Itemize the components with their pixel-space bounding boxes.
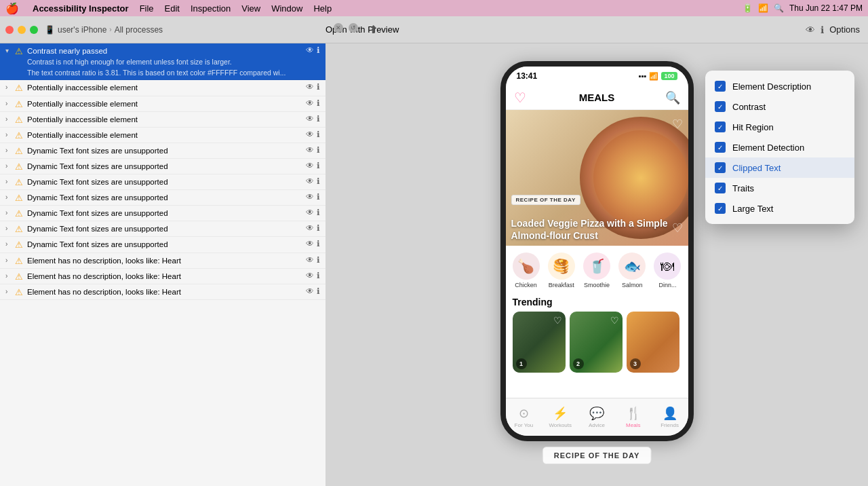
eye-icon-8[interactable]: 👁 [306, 192, 314, 202]
eye-icon-4[interactable]: 👁 [306, 130, 314, 139]
share-button[interactable]: ⬆ [369, 23, 378, 36]
eye-icon-9[interactable]: 👁 [306, 208, 314, 217]
tab-friends[interactable]: 👤 Friends [652, 406, 688, 428]
eye-toolbar-icon[interactable]: 👁 [806, 24, 815, 35]
refresh-icon[interactable]: ↺ [349, 23, 358, 33]
dropdown-large-text[interactable]: ✓ Large Text [705, 198, 854, 219]
info-icon-7[interactable]: ℹ [317, 176, 320, 186]
info-icon-10[interactable]: ℹ [317, 223, 320, 233]
close-icon[interactable]: ✕ [334, 23, 343, 33]
issue-item-8[interactable]: › ⚠ Dynamic Text font sizes are unsuppor… [0, 190, 326, 206]
trending-card-1[interactable]: ♡ 1 [513, 312, 566, 373]
eye-icon-2[interactable]: 👁 [306, 98, 314, 108]
info-icon-11[interactable]: ℹ [317, 239, 320, 248]
eye-icon-14[interactable]: 👁 [306, 286, 314, 296]
eye-icon-7[interactable]: 👁 [306, 176, 314, 186]
issue-item-14[interactable]: › ⚠ Element has no description, looks li… [0, 284, 326, 300]
menu-window[interactable]: Window [271, 3, 302, 14]
issue-item-5[interactable]: › ⚠ Dynamic Text font sizes are unsuppor… [0, 143, 326, 159]
iphone-frame: 13:41 ▪▪▪ 📶 100 ♡ MEALS 🔍 [500, 61, 694, 441]
category-salmon[interactable]: 🐟 Salmon [614, 253, 650, 288]
dropdown-hit-region[interactable]: ✓ Hit Region [705, 117, 854, 137]
eye-icon-0[interactable]: 👁 [306, 45, 314, 55]
tab-workouts[interactable]: ⚡ Workouts [542, 406, 578, 428]
category-smoothie[interactable]: 🥤 Smoothie [579, 253, 614, 288]
menu-inspection[interactable]: Inspection [191, 3, 231, 14]
checkbox-contrast[interactable]: ✓ [715, 101, 726, 112]
issue-item-4[interactable]: › ⚠ Potentially inaccessible element 👁 ℹ [0, 128, 326, 143]
iphone-icon: 📱 [45, 25, 55, 35]
eye-icon-3[interactable]: 👁 [306, 114, 314, 124]
info-icon-5[interactable]: ℹ [317, 145, 320, 155]
info-icon-1[interactable]: ℹ [317, 82, 320, 92]
card-heart-1[interactable]: ♡ [553, 315, 562, 326]
issue-item-contrast[interactable]: ▾ ⚠ Contrast nearly passed Contrast is n… [0, 43, 326, 80]
issue-item-11[interactable]: › ⚠ Dynamic Text font sizes are unsuppor… [0, 237, 326, 253]
eye-icon-10[interactable]: 👁 [306, 223, 314, 233]
issue-item-13[interactable]: › ⚠ Element has no description, looks li… [0, 269, 326, 284]
info-icon-8[interactable]: ℹ [317, 192, 320, 202]
search-nav-icon[interactable]: 🔍 [665, 90, 680, 105]
heart-nav-icon[interactable]: ♡ [514, 90, 526, 106]
close-button[interactable] [5, 26, 14, 34]
dropdown-clipped-text[interactable]: ✓ Clipped Text [705, 157, 854, 178]
issue-item-6[interactable]: › ⚠ Dynamic Text font sizes are unsuppor… [0, 159, 326, 174]
card-heart-2[interactable]: ♡ [610, 315, 619, 326]
trending-card-3[interactable]: 3 [627, 312, 679, 373]
checkbox-element-detection[interactable]: ✓ [715, 142, 726, 153]
warning-icon-7: ⚠ [15, 177, 24, 187]
checkbox-clipped-text[interactable]: ✓ [715, 162, 726, 173]
issue-item-1[interactable]: › ⚠ Potentially inaccessible element 👁 ℹ [0, 80, 326, 96]
checkbox-hit-region[interactable]: ✓ [715, 122, 726, 132]
eye-icon-13[interactable]: 👁 [306, 271, 314, 280]
eye-icon-5[interactable]: 👁 [306, 145, 314, 155]
info-icon-0[interactable]: ℹ [317, 45, 320, 55]
info-icon-2[interactable]: ℹ [317, 98, 320, 108]
info-icon-3[interactable]: ℹ [317, 114, 320, 124]
apple-menu[interactable]: 🍎 [5, 2, 19, 15]
issue-item-10[interactable]: › ⚠ Dynamic Text font sizes are unsuppor… [0, 221, 326, 237]
trending-card-2[interactable]: ♡ 2 [570, 312, 623, 373]
issue-item-9[interactable]: › ⚠ Dynamic Text font sizes are unsuppor… [0, 206, 326, 221]
issue-item-2[interactable]: › ⚠ Potentially inaccessible element 👁 ℹ [0, 96, 326, 112]
info-toolbar-icon[interactable]: ℹ [821, 24, 824, 35]
hero-heart-icon[interactable]: ♡ [672, 117, 683, 132]
dropdown-traits[interactable]: ✓ Traits [705, 178, 854, 198]
maximize-button[interactable] [30, 26, 38, 34]
checkbox-large-text[interactable]: ✓ [715, 203, 726, 214]
menu-help[interactable]: Help [313, 3, 332, 14]
category-breakfast[interactable]: 🥞 Breakfast [544, 253, 579, 288]
issue-item-7[interactable]: › ⚠ Dynamic Text font sizes are unsuppor… [0, 174, 326, 190]
hero-heart2-icon[interactable]: ♡ [672, 221, 683, 236]
menu-view[interactable]: View [241, 3, 260, 14]
menu-edit[interactable]: Edit [165, 3, 180, 14]
dropdown-contrast[interactable]: ✓ Contrast [705, 96, 854, 117]
menu-file[interactable]: File [140, 3, 154, 14]
eye-icon-12[interactable]: 👁 [306, 255, 314, 265]
info-icon-9[interactable]: ℹ [317, 208, 320, 217]
checkbox-element-description[interactable]: ✓ [715, 81, 726, 92]
info-icon-4[interactable]: ℹ [317, 130, 320, 139]
info-icon-13[interactable]: ℹ [317, 271, 320, 280]
menu-search-icon[interactable]: 🔍 [774, 3, 784, 13]
issue-item-3[interactable]: › ⚠ Potentially inaccessible element 👁 ℹ [0, 112, 326, 128]
eye-icon-11[interactable]: 👁 [306, 239, 314, 248]
dropdown-element-description[interactable]: ✓ Element Description [705, 76, 854, 96]
eye-icon-6[interactable]: 👁 [306, 161, 314, 170]
minimize-button[interactable] [18, 26, 26, 34]
category-chicken[interactable]: 🍗 Chicken [509, 253, 544, 288]
category-dinner[interactable]: 🍽 Dinn... [650, 253, 685, 288]
checkbox-traits[interactable]: ✓ [715, 183, 726, 193]
issue-item-12[interactable]: › ⚠ Element has no description, looks li… [0, 253, 326, 269]
tab-for-you[interactable]: ⊙ For You [506, 406, 542, 428]
info-icon-6[interactable]: ℹ [317, 161, 320, 170]
eye-icon-1[interactable]: 👁 [306, 82, 314, 92]
tab-advice[interactable]: 💬 Advice [578, 406, 615, 428]
info-icon-12[interactable]: ℹ [317, 255, 320, 265]
issue-actions-1: 👁 ℹ [306, 82, 320, 92]
menu-app-name[interactable]: Accessibility Inspector [33, 3, 129, 14]
options-button[interactable]: Options [829, 24, 860, 35]
tab-meals[interactable]: 🍴 Meals [615, 406, 652, 428]
info-icon-14[interactable]: ℹ [317, 286, 320, 296]
dropdown-element-detection[interactable]: ✓ Element Detection [705, 137, 854, 157]
